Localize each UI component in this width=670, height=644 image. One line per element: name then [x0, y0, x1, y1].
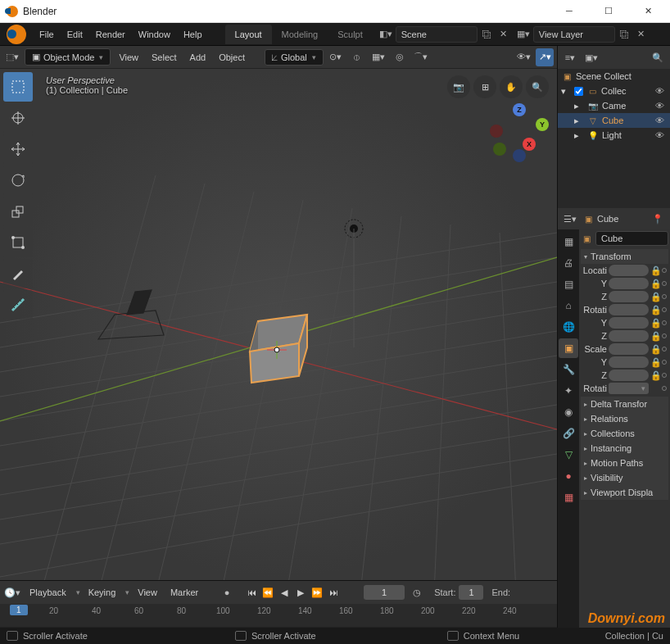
- proportional-icon[interactable]: ◎: [391, 48, 409, 66]
- menu-add[interactable]: Add: [185, 49, 211, 66]
- scale-x[interactable]: [609, 343, 649, 355]
- tool-annotate[interactable]: [3, 259, 33, 288]
- nav-zoom-icon[interactable]: 🔍: [526, 75, 549, 98]
- outliner-item-collection[interactable]: ▾ ▭ Collec 👁: [558, 84, 670, 98]
- scene-browse-icon[interactable]: ◧▾: [379, 28, 392, 41]
- menu-help[interactable]: Help: [177, 26, 209, 43]
- ptab-object[interactable]: ▣: [559, 338, 578, 358]
- panel-motion[interactable]: ▸Motion Paths: [581, 456, 668, 470]
- panel-instancing[interactable]: ▸Instancing: [581, 441, 668, 456]
- visibility-icon[interactable]: 👁▾: [514, 48, 532, 66]
- ptab-data[interactable]: ▽: [559, 445, 578, 465]
- rot-y[interactable]: [609, 317, 649, 329]
- visibility-eye-icon[interactable]: 👁: [655, 101, 667, 111]
- outliner-item-camera[interactable]: ▸ 📷 Came 👁: [558, 98, 670, 113]
- tool-select-box[interactable]: [3, 72, 33, 102]
- properties-editor-icon[interactable]: ☰▾: [561, 210, 579, 228]
- panel-collections[interactable]: ▸Collections: [581, 426, 668, 441]
- nav-persp-icon[interactable]: ⊞: [473, 75, 496, 98]
- playhead[interactable]: 1: [10, 605, 28, 615]
- panel-transform[interactable]: ▾Transform: [581, 249, 668, 264]
- loc-z[interactable]: [609, 291, 649, 302]
- tl-keying[interactable]: Keying: [84, 584, 121, 601]
- play-reverse-icon[interactable]: ◀: [277, 584, 292, 601]
- ptab-physics[interactable]: ◉: [559, 402, 578, 422]
- tool-rotate[interactable]: [3, 166, 33, 195]
- outliner-item-light[interactable]: ▸ 💡 Light 👁: [558, 128, 670, 143]
- search-icon[interactable]: 🔍: [649, 48, 667, 66]
- axis-x[interactable]: X: [523, 138, 536, 151]
- tool-move[interactable]: [3, 134, 33, 164]
- scene-new-icon[interactable]: ⿻: [481, 28, 494, 41]
- jump-end-icon[interactable]: ⏭: [326, 584, 341, 601]
- tool-cursor[interactable]: [3, 103, 33, 133]
- tool-transform[interactable]: [3, 228, 33, 257]
- pivot-icon[interactable]: ⊙▾: [327, 48, 345, 66]
- nav-camera-icon[interactable]: 📷: [447, 75, 470, 98]
- tab-sculpt[interactable]: Sculpt: [328, 25, 373, 44]
- timeline-editor-icon[interactable]: 🕓▾: [3, 583, 21, 601]
- outliner-root[interactable]: ▣ Scene Collect: [558, 69, 670, 84]
- nav-pan-icon[interactable]: ✋: [500, 75, 523, 98]
- panel-relations[interactable]: ▸Relations: [581, 411, 668, 426]
- tl-clock-icon[interactable]: ◷: [408, 583, 426, 601]
- viewlayer-name-field[interactable]: View Layer: [533, 26, 615, 43]
- close-button[interactable]: ✕: [636, 6, 660, 16]
- snap-icon[interactable]: ⦶: [348, 48, 366, 66]
- panel-viewport[interactable]: ▸Viewport Displa: [581, 485, 668, 500]
- menu-window[interactable]: Window: [132, 26, 177, 43]
- loc-x[interactable]: [609, 265, 649, 276]
- rot-z[interactable]: [609, 330, 649, 342]
- ptab-modifiers[interactable]: 🔧: [559, 360, 578, 379]
- visibility-eye-icon[interactable]: 👁: [655, 130, 667, 140]
- menu-file[interactable]: File: [33, 26, 61, 43]
- ptab-scene[interactable]: ⌂: [559, 296, 578, 315]
- rot-x[interactable]: [609, 304, 649, 315]
- menu-view[interactable]: View: [114, 49, 143, 66]
- tool-scale[interactable]: [3, 197, 33, 226]
- scene-name-field[interactable]: Scene: [396, 26, 478, 43]
- visibility-eye-icon[interactable]: 👁: [655, 116, 667, 125]
- tab-modeling[interactable]: Modeling: [272, 25, 328, 44]
- viewlayer-delete-icon[interactable]: ✕: [635, 28, 648, 41]
- auto-key-icon[interactable]: ●: [218, 583, 236, 601]
- editor-type-icon[interactable]: ⬚▾: [3, 48, 21, 66]
- ptab-material[interactable]: ●: [559, 466, 578, 486]
- axis-z[interactable]: Z: [513, 103, 526, 116]
- tab-layout[interactable]: Layout: [225, 25, 272, 44]
- loc-y[interactable]: [609, 278, 649, 289]
- menu-select[interactable]: Select: [147, 49, 182, 66]
- ptab-viewlayer[interactable]: ▤: [559, 274, 578, 294]
- scale-z[interactable]: [609, 370, 649, 381]
- mode-dropdown[interactable]: ▣ Object Mode ▾: [25, 48, 111, 66]
- ptab-constraints[interactable]: 🔗: [559, 424, 578, 443]
- viewlayer-new-icon[interactable]: ⿻: [618, 28, 632, 41]
- outliner-editor-icon[interactable]: ≡▾: [561, 48, 579, 66]
- collection-checkbox[interactable]: [574, 87, 583, 96]
- keyframe-prev-icon[interactable]: ⏪: [260, 584, 275, 601]
- keyframe-next-icon[interactable]: ⏩: [310, 584, 324, 601]
- outliner-item-cube[interactable]: ▸ ▽ Cube 👁: [558, 113, 670, 128]
- ptab-texture[interactable]: ▦: [559, 488, 578, 507]
- tool-measure[interactable]: [3, 290, 33, 320]
- keyframe-dot[interactable]: [662, 268, 667, 273]
- visibility-eye-icon[interactable]: 👁: [655, 86, 667, 96]
- axis-neg-z[interactable]: [513, 149, 526, 162]
- gizmo-toggle-icon[interactable]: ↗▾: [536, 48, 554, 66]
- menu-edit[interactable]: Edit: [61, 26, 89, 43]
- maximize-button[interactable]: ☐: [596, 6, 621, 16]
- tl-playback[interactable]: Playback: [25, 584, 71, 601]
- blender-icon[interactable]: [7, 25, 26, 44]
- ptab-particles[interactable]: ✦: [559, 381, 578, 401]
- scale-y[interactable]: [609, 356, 649, 368]
- panel-delta[interactable]: ▸Delta Transfor: [581, 397, 668, 411]
- minimize-button[interactable]: ─: [557, 6, 582, 16]
- menu-object[interactable]: Object: [214, 49, 250, 66]
- axis-y[interactable]: Y: [536, 118, 549, 131]
- jump-start-icon[interactable]: ⏮: [244, 584, 259, 601]
- axis-neg-y[interactable]: [493, 143, 506, 156]
- outliner[interactable]: ▣ Scene Collect ▾ ▭ Collec 👁 ▸ 📷 Came 👁 …: [558, 69, 670, 208]
- snap-target-icon[interactable]: ▦▾: [369, 48, 387, 66]
- ptab-render[interactable]: ▦: [559, 232, 578, 252]
- proportional-falloff-icon[interactable]: ⌒▾: [412, 48, 430, 66]
